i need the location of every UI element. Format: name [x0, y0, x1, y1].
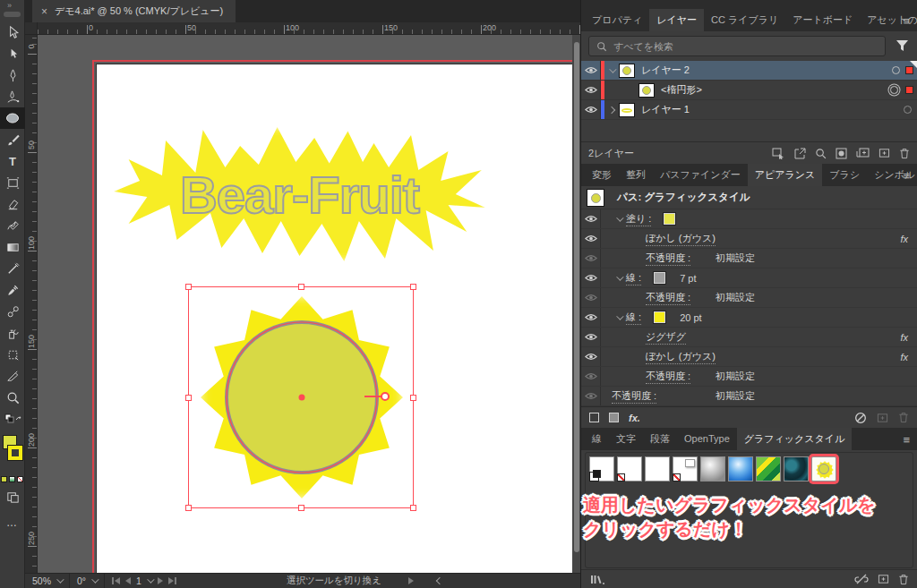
canvas-viewport[interactable]: Bear-Fruit — [38, 35, 580, 573]
status-options-arrow[interactable] — [408, 577, 414, 584]
selection-handle[interactable] — [410, 505, 416, 511]
appearance-row-opacity[interactable]: 不透明度 : 初期設定 — [581, 288, 917, 308]
rotation-dropdown[interactable]: 0° — [70, 574, 104, 588]
more-tools-button[interactable]: … — [0, 516, 24, 529]
tab-layers[interactable]: レイヤー — [649, 9, 704, 31]
eyedropper-tool[interactable] — [0, 279, 25, 301]
add-effect-button[interactable]: fx. — [629, 413, 640, 423]
visibility-toggle[interactable] — [581, 209, 601, 228]
expand-chevron-icon[interactable] — [604, 107, 619, 113]
visibility-toggle[interactable] — [581, 328, 601, 346]
slice-tool[interactable] — [0, 365, 25, 387]
expand-chevron-icon[interactable] — [604, 68, 619, 73]
graphic-style-yellow-burst[interactable] — [811, 456, 836, 481]
expand-chevron-icon[interactable] — [612, 315, 626, 320]
appearance-row-zigzag[interactable]: ジグザグ fx — [581, 328, 917, 347]
toolbar-grip[interactable] — [4, 12, 21, 17]
visibility-toggle[interactable] — [581, 100, 601, 119]
layer-thumbnail[interactable] — [619, 103, 635, 117]
ruler-origin-corner[interactable] — [25, 22, 38, 35]
effect-link[interactable]: ぼかし (ガウス) — [646, 232, 716, 246]
zoom-level-dropdown[interactable]: 50% — [25, 574, 69, 588]
curvature-tool[interactable] — [0, 86, 25, 107]
fill-swatch[interactable] — [664, 213, 675, 225]
graphic-style-8[interactable] — [784, 456, 809, 481]
layer-name[interactable]: レイヤー 2 — [641, 64, 892, 77]
target-icon-selected[interactable] — [890, 86, 898, 94]
visibility-toggle[interactable] — [581, 367, 601, 386]
graphic-style-2[interactable] — [617, 456, 642, 481]
search-box[interactable] — [588, 36, 886, 56]
clear-appearance-icon[interactable] — [854, 412, 867, 424]
opacity-value[interactable]: 初期設定 — [716, 251, 755, 265]
appearance-row-blur[interactable]: ぼかし (ガウス) fx — [581, 347, 917, 367]
delete-style-icon[interactable] — [898, 574, 909, 585]
close-tab-icon[interactable]: × — [41, 5, 47, 18]
live-shape-widget[interactable] — [381, 392, 390, 401]
opacity-value[interactable]: 初期設定 — [716, 389, 755, 403]
opacity-value[interactable]: 初期設定 — [716, 291, 755, 304]
previous-artboard-button[interactable] — [125, 577, 131, 584]
search-input[interactable] — [613, 41, 878, 52]
graphic-style-3[interactable] — [645, 456, 670, 481]
opacity-link[interactable]: 不透明度 : — [646, 370, 690, 384]
locate-object-icon[interactable] — [815, 148, 827, 159]
visibility-toggle[interactable] — [581, 229, 601, 248]
effect-link[interactable]: ジグザグ — [646, 330, 686, 345]
toolbar-collapse-icon[interactable]: » — [7, 1, 12, 10]
appearance-row-opacity-root[interactable]: 不透明度 : 初期設定 — [581, 387, 917, 406]
color-button[interactable] — [1, 476, 7, 482]
target-icon[interactable] — [892, 66, 900, 74]
selection-handle[interactable] — [298, 505, 304, 511]
appearance-row-opacity[interactable]: 不透明度 : 初期設定 — [581, 249, 917, 268]
tab-graphic-styles[interactable]: グラフィックスタイル — [737, 428, 853, 450]
collect-for-export-icon[interactable] — [772, 148, 785, 159]
visibility-toggle[interactable] — [581, 288, 601, 307]
gradient-tool[interactable] — [0, 236, 25, 258]
graphic-style-default[interactable] — [589, 456, 614, 481]
shaper-tool[interactable] — [0, 215, 25, 236]
zoom-tool[interactable] — [0, 387, 25, 408]
panel-menu-icon[interactable]: ≡ — [903, 169, 910, 183]
opacity-link[interactable]: 不透明度 : — [612, 389, 656, 404]
appearance-row-blur[interactable]: ぼかし (ガウス) fx — [581, 229, 917, 249]
appearance-row-opacity[interactable]: 不透明度 : 初期設定 — [581, 367, 917, 387]
next-artboard-button[interactable] — [158, 577, 163, 584]
stroke-color-swatch[interactable] — [8, 446, 22, 460]
stroke-weight[interactable]: 7 pt — [680, 273, 696, 284]
direct-selection-tool[interactable] — [0, 43, 25, 64]
duplicate-item-icon[interactable] — [877, 413, 888, 423]
opacity-value[interactable]: 初期設定 — [716, 370, 755, 383]
selection-handle[interactable] — [410, 395, 416, 401]
object-thumbnail[interactable] — [638, 83, 655, 98]
selection-indicator[interactable] — [905, 86, 913, 94]
tab-stroke[interactable]: 線 — [585, 428, 609, 450]
symbol-sprayer-tool[interactable] — [0, 322, 25, 344]
tab-brushes[interactable]: ブラシ — [822, 164, 867, 186]
blend-tool[interactable] — [0, 301, 25, 322]
panel-menu-icon[interactable]: ≡ — [903, 433, 910, 447]
type-tool[interactable]: T — [0, 150, 25, 172]
expand-chevron-icon[interactable] — [612, 276, 626, 281]
external-link-icon[interactable] — [794, 148, 806, 159]
vertical-scrollbar[interactable] — [572, 35, 580, 573]
tab-properties[interactable]: プロパティ — [585, 9, 649, 31]
visibility-toggle[interactable] — [581, 387, 601, 405]
none-button[interactable] — [17, 476, 23, 482]
appearance-row-fill[interactable]: 塗り : — [581, 209, 917, 229]
first-artboard-button[interactable] — [112, 577, 120, 584]
tab-transform[interactable]: 変形 — [585, 164, 619, 186]
visibility-toggle[interactable] — [581, 308, 601, 327]
paintbrush-tool[interactable] — [0, 129, 25, 150]
selection-handle[interactable] — [185, 505, 192, 511]
stroke-swatch[interactable] — [654, 311, 665, 323]
tab-cc-libraries[interactable]: CC ライブラリ — [704, 9, 785, 31]
tab-pathfinder[interactable]: パスファインダー — [653, 164, 748, 186]
new-sublayer-icon[interactable] — [856, 148, 870, 159]
last-artboard-button[interactable] — [168, 577, 176, 584]
tab-opentype[interactable]: OpenType — [677, 428, 737, 450]
delete-item-icon[interactable] — [898, 412, 909, 423]
style-libraries-menu-icon[interactable] — [589, 574, 605, 585]
appearance-row-stroke20[interactable]: 線 : 20 pt — [581, 308, 917, 328]
opacity-link[interactable]: 不透明度 : — [646, 291, 690, 305]
